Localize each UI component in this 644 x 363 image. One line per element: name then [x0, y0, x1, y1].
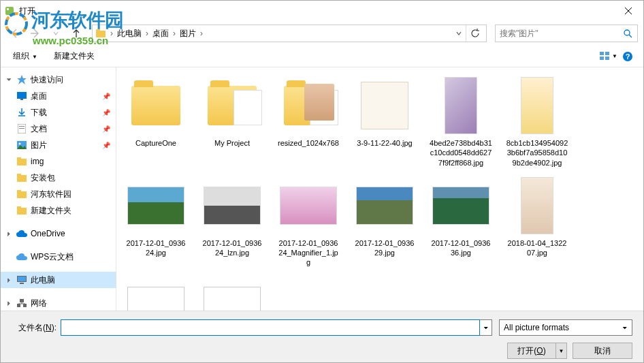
thumbnail — [431, 76, 491, 136]
file-item[interactable]: 2018-02-23_090050.jpg — [122, 273, 190, 311]
file-label: 2017-12-01_093624_lzn.jpg — [201, 238, 263, 258]
open-button[interactable]: 打开(O) ▼ — [507, 343, 567, 359]
refresh-button[interactable] — [466, 25, 483, 42]
filename-dropdown[interactable]: ⏷ — [480, 319, 492, 336]
svg-rect-3 — [7, 8, 9, 10]
sidebar-thispc[interactable]: ⏵ 此电脑 — [1, 272, 116, 288]
folder-icon — [16, 205, 28, 216]
search-input[interactable] — [496, 29, 618, 38]
svg-rect-24 — [17, 191, 27, 198]
file-item[interactable]: 3-9-11-22-40.jpg — [351, 73, 419, 170]
svg-rect-32 — [17, 304, 20, 307]
pin-icon: 📌 — [102, 125, 110, 133]
filename-input[interactable] — [61, 319, 480, 336]
file-item[interactable]: 2018-02-23_090122.jpg — [198, 273, 266, 311]
download-icon — [16, 107, 28, 118]
pin-icon: 📌 — [102, 142, 110, 149]
thumbnail — [278, 176, 338, 236]
chevron-down-icon — [53, 31, 59, 36]
file-label: 2017-12-01_093624.jpg — [125, 238, 187, 258]
new-folder-button[interactable]: 新建文件夹 — [48, 48, 100, 65]
thumbnail — [507, 176, 567, 236]
svg-rect-33 — [23, 304, 27, 307]
cancel-button[interactable]: 取消 — [573, 343, 632, 359]
sidebar-pictures[interactable]: 图片 📌 — [1, 137, 116, 153]
thumbnail — [126, 276, 186, 311]
file-item[interactable]: 2017-12-01_093636.jpg — [427, 173, 495, 270]
sidebar-downloads[interactable]: 下载 📌 — [1, 104, 116, 121]
svg-rect-17 — [19, 128, 25, 129]
file-item[interactable]: 2017-12-01_093624_Magnifier_1.jpg — [274, 173, 342, 270]
folder-icon — [16, 172, 28, 183]
svg-rect-21 — [17, 157, 21, 159]
sidebar-hedong[interactable]: 河东软件园 — [1, 186, 116, 202]
view-menu[interactable]: ▼ — [600, 48, 617, 65]
sidebar-installpkg[interactable]: 安装包 — [1, 170, 116, 186]
svg-point-6 — [624, 30, 630, 35]
file-item[interactable]: resized_1024x768 — [274, 73, 342, 170]
file-label: 2017-12-01_093629.jpg — [353, 238, 416, 258]
sidebar-documents[interactable]: 文档 📌 — [1, 121, 116, 137]
sidebar-img[interactable]: img — [1, 153, 116, 170]
svg-rect-4 — [96, 31, 106, 37]
sidebar-wps[interactable]: WPS云文档 — [1, 249, 116, 265]
file-label: 2017-12-01_093624_Magnifier_1.jpg — [277, 238, 340, 268]
sidebar-network[interactable]: ⏵ 网络 — [1, 295, 116, 311]
svg-rect-16 — [19, 126, 25, 127]
search-button[interactable] — [618, 25, 637, 42]
nav-forward-button[interactable] — [27, 25, 44, 42]
nav-back-button[interactable] — [6, 25, 24, 42]
star-icon — [16, 74, 28, 85]
thumbnail — [507, 76, 567, 136]
toolbar: 组织▼ 新建文件夹 ▼ ? — [1, 46, 643, 67]
arrow-left-icon — [10, 28, 20, 39]
navbar: › 此电脑 › 桌面 › 图片 › — [1, 21, 643, 46]
breadcrumb[interactable]: › 此电脑 › 桌面 › 图片 › — [92, 25, 487, 42]
thumbnail — [126, 176, 186, 236]
document-icon — [16, 123, 28, 134]
breadcrumb-dropdown[interactable] — [452, 29, 466, 38]
svg-rect-26 — [17, 208, 27, 215]
sidebar-desktop[interactable]: 桌面 📌 — [1, 88, 116, 104]
sidebar-quick-access[interactable]: ⏷ 快速访问 — [1, 72, 116, 88]
chevron-down-icon — [456, 31, 462, 36]
breadcrumb-sep: › — [144, 29, 150, 38]
file-item[interactable]: 2017-12-01_093624.jpg — [122, 173, 190, 270]
main: ⏷ 快速访问 桌面 📌 下载 📌 文档 📌 图片 📌 — [1, 67, 643, 311]
help-button[interactable]: ? — [619, 48, 637, 65]
svg-rect-13 — [17, 92, 27, 99]
file-grid[interactable]: CaptureOneMy Projectresized_1024x7683-9-… — [116, 67, 643, 311]
sidebar-newfolder[interactable]: 新建文件夹 — [1, 202, 116, 219]
file-label: CaptureOne — [135, 138, 176, 148]
sidebar-onedrive[interactable]: ⏵ OneDrive — [1, 225, 116, 242]
file-item[interactable]: 2018-01-04_132207.jpg — [503, 173, 571, 270]
filter-select[interactable]: All picture formats ⏷ — [499, 319, 632, 336]
nav-up-button[interactable] — [67, 25, 85, 42]
breadcrumb-seg-0[interactable]: 此电脑 — [114, 28, 144, 40]
svg-rect-20 — [17, 159, 27, 165]
window-title: 打开 — [19, 5, 615, 17]
thumbnail — [202, 276, 262, 311]
folder-icon — [95, 28, 106, 39]
organize-menu[interactable]: 组织▼ — [7, 48, 43, 65]
file-item[interactable]: 2017-12-01_093629.jpg — [351, 173, 419, 270]
file-item[interactable]: CaptureOne — [122, 73, 190, 170]
breadcrumb-seg-1[interactable]: 桌面 — [150, 28, 172, 40]
breadcrumb-seg-2[interactable]: 图片 — [177, 28, 199, 40]
desktop-icon — [16, 91, 28, 101]
file-item[interactable]: 4bed2e738bd4b31c10cdd0548dd6277f9f2ff868… — [427, 73, 495, 170]
picture-icon — [16, 140, 28, 151]
thumbnail — [355, 76, 415, 136]
svg-point-19 — [19, 143, 21, 145]
thumbnail — [202, 176, 262, 236]
close-button[interactable] — [615, 1, 642, 20]
file-item[interactable]: 2017-12-01_093624_lzn.jpg — [198, 173, 266, 270]
file-item[interactable]: 8cb1cb1349540923b6bf7a95858d109b2de4902.… — [503, 73, 571, 170]
arrow-right-icon — [30, 28, 41, 39]
file-label: 8cb1cb1349540923b6bf7a95858d109b2de4902.… — [506, 138, 568, 168]
nav-recent-dropdown[interactable] — [47, 25, 65, 42]
file-label: My Project — [214, 138, 250, 148]
file-item[interactable]: My Project — [198, 73, 266, 170]
network-icon — [16, 298, 28, 309]
search-box[interactable] — [495, 25, 638, 42]
